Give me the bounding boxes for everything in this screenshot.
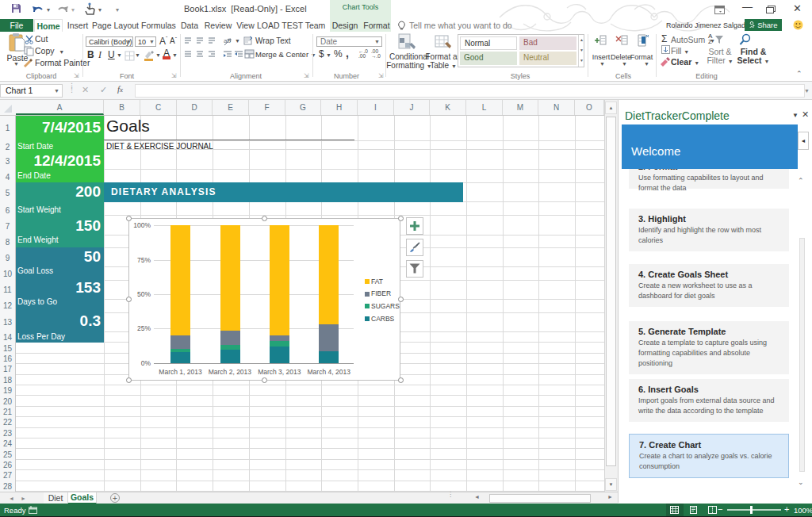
svg-text:ab: ab (224, 37, 231, 44)
